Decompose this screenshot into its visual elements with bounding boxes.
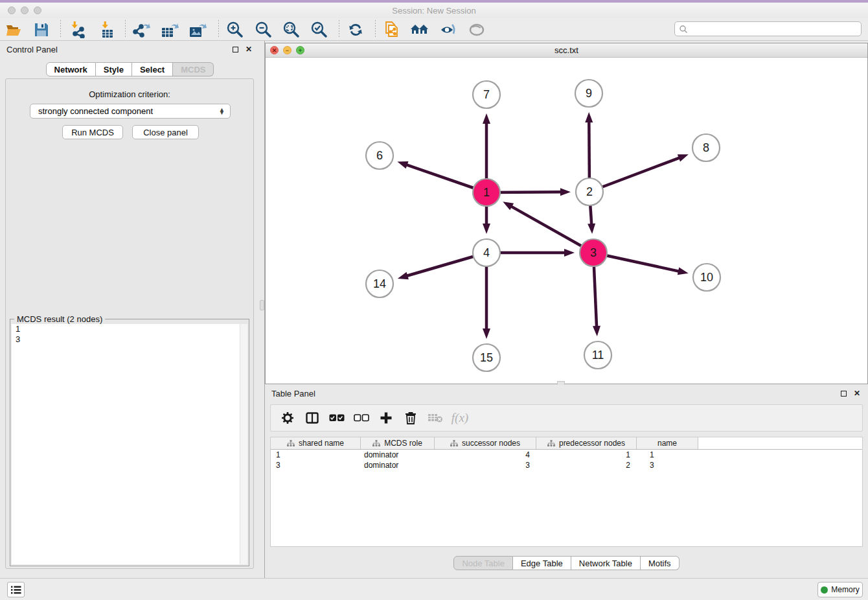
- graph-edge[interactable]: [510, 206, 593, 253]
- cell-mcds-role[interactable]: dominator: [361, 450, 435, 460]
- tab-network[interactable]: Network: [46, 62, 96, 76]
- refresh-icon: [347, 21, 364, 38]
- tab-motifs[interactable]: Motifs: [641, 556, 680, 570]
- column-type-icon: [287, 440, 295, 447]
- network-graph[interactable]: 7968124314101511: [266, 58, 867, 384]
- zoom-fit-button[interactable]: [279, 19, 303, 40]
- plus-icon: [380, 411, 393, 424]
- cell-successor-nodes[interactable]: 3: [435, 460, 536, 470]
- close-panel-button[interactable]: Close panel: [132, 125, 199, 139]
- network-canvas[interactable]: 7968124314101511: [266, 58, 867, 384]
- table-toolbar: f(x): [270, 404, 863, 432]
- tab-select[interactable]: Select: [132, 62, 173, 76]
- cell-shared-name[interactable]: 3: [271, 460, 361, 470]
- open-session-button[interactable]: [2, 19, 27, 40]
- import-table-icon: [98, 21, 115, 38]
- delete-column-button[interactable]: [403, 410, 418, 426]
- optimization-criterion-select[interactable]: strongly connected component ▲▼: [30, 104, 231, 119]
- memory-button[interactable]: Memory: [817, 582, 863, 597]
- import-network-button[interactable]: [65, 19, 90, 40]
- table-header-row: shared name MCDS role successor nodes pr…: [271, 437, 862, 450]
- graph-node-label: 6: [376, 149, 383, 162]
- control-panel-float-icon[interactable]: [231, 45, 240, 54]
- tab-style[interactable]: Style: [96, 62, 132, 76]
- splitter-handle[interactable]: [260, 300, 264, 310]
- save-disk-icon: [34, 22, 49, 38]
- trash-icon: [405, 411, 417, 424]
- graph-node-label: 14: [373, 277, 386, 290]
- graph-node-label: 4: [483, 246, 490, 259]
- split-view-button[interactable]: [304, 410, 320, 426]
- zoom-out-button[interactable]: [251, 19, 275, 40]
- graph-edge-arrowhead: [483, 224, 490, 234]
- export-table-button[interactable]: [157, 19, 182, 40]
- export-network-button[interactable]: [129, 19, 154, 40]
- control-panel: Control Panel ✕ Network Style Select MCD…: [0, 41, 260, 578]
- hide-selected-button[interactable]: [436, 19, 461, 40]
- graph-node-label: 9: [586, 87, 592, 100]
- graph-edge-arrowhead: [483, 329, 490, 339]
- column-header-shared-name[interactable]: shared name: [271, 437, 361, 449]
- graph-edge-arrowhead: [560, 188, 571, 196]
- cell-name[interactable]: 3: [637, 460, 698, 470]
- cell-mcds-role[interactable]: dominator: [361, 460, 435, 470]
- task-history-button[interactable]: [7, 582, 25, 597]
- zoom-in-icon: [226, 21, 243, 38]
- graph-node-label: 8: [703, 141, 709, 154]
- column-type-icon: [450, 440, 458, 447]
- cell-name[interactable]: 1: [637, 450, 698, 460]
- graph-edge-arrowhead: [593, 326, 600, 336]
- table-row[interactable]: 1 dominator 4 1 1: [271, 450, 862, 460]
- export-image-icon: [188, 21, 207, 38]
- graph-node-label: 11: [592, 349, 604, 362]
- vertical-splitter[interactable]: [260, 41, 265, 578]
- deselect-all-button[interactable]: [354, 410, 369, 426]
- dropdown-value: strongly connected component: [38, 106, 153, 116]
- result-scrollbar[interactable]: [240, 324, 247, 564]
- column-header-name[interactable]: name: [637, 437, 698, 449]
- show-eye-disabled-button[interactable]: [464, 19, 489, 40]
- column-header-mcds-role[interactable]: MCDS role: [361, 437, 435, 449]
- apply-layout-button[interactable]: [343, 19, 368, 40]
- column-header-successor-nodes[interactable]: successor nodes: [435, 437, 536, 449]
- graph-edge-arrowhead: [588, 224, 595, 234]
- search-input[interactable]: [688, 25, 861, 34]
- graph-edge-arrowhead: [483, 113, 490, 124]
- tab-mcds[interactable]: MCDS: [173, 62, 214, 76]
- tab-node-table[interactable]: Node Table: [453, 556, 513, 570]
- zoom-selected-button[interactable]: [306, 19, 331, 40]
- import-table-button[interactable]: [95, 19, 119, 40]
- column-header-predecessor-nodes[interactable]: predecessor nodes: [536, 437, 637, 449]
- save-session-button[interactable]: [29, 19, 54, 40]
- list-icon: [11, 586, 21, 594]
- run-mcds-button[interactable]: Run MCDS: [62, 125, 123, 139]
- graph-edge-arrowhead: [585, 112, 593, 122]
- table-panel-close-icon[interactable]: ✕: [852, 389, 862, 398]
- cell-successor-nodes[interactable]: 4: [435, 450, 536, 460]
- network-frame: scc.txt ✕ − + 7968124314101511: [265, 43, 868, 384]
- mcds-result-area[interactable]: 1 3: [12, 324, 247, 564]
- control-panel-close-icon[interactable]: ✕: [244, 45, 253, 54]
- cell-predecessor-nodes[interactable]: 2: [536, 460, 637, 470]
- zoom-in-button[interactable]: [222, 19, 247, 40]
- table-panel-float-icon[interactable]: [839, 389, 848, 398]
- table-row[interactable]: 3 dominator 3 2 3: [271, 460, 862, 470]
- cell-shared-name[interactable]: 1: [271, 450, 361, 460]
- node-table[interactable]: shared name MCDS role successor nodes pr…: [270, 437, 863, 547]
- add-column-button[interactable]: [378, 410, 394, 426]
- table-options-button[interactable]: [280, 410, 295, 426]
- open-folder-icon: [5, 22, 23, 38]
- clone-network-button[interactable]: [380, 19, 404, 40]
- result-line: 3: [12, 334, 247, 345]
- select-all-button[interactable]: [329, 410, 345, 426]
- optimization-criterion-label: Optimization criterion:: [6, 89, 253, 99]
- tab-edge-table[interactable]: Edge Table: [513, 556, 571, 570]
- graph-edge[interactable]: [589, 157, 681, 192]
- cell-predecessor-nodes[interactable]: 1: [536, 450, 637, 460]
- export-image-button[interactable]: [185, 19, 210, 40]
- network-frame-titlebar[interactable]: scc.txt ✕ − +: [266, 43, 867, 58]
- show-all-networks-button[interactable]: [407, 19, 432, 40]
- tab-network-table[interactable]: Network Table: [571, 556, 641, 570]
- graph-edge-arrowhead: [678, 268, 689, 275]
- search-field[interactable]: [674, 21, 862, 36]
